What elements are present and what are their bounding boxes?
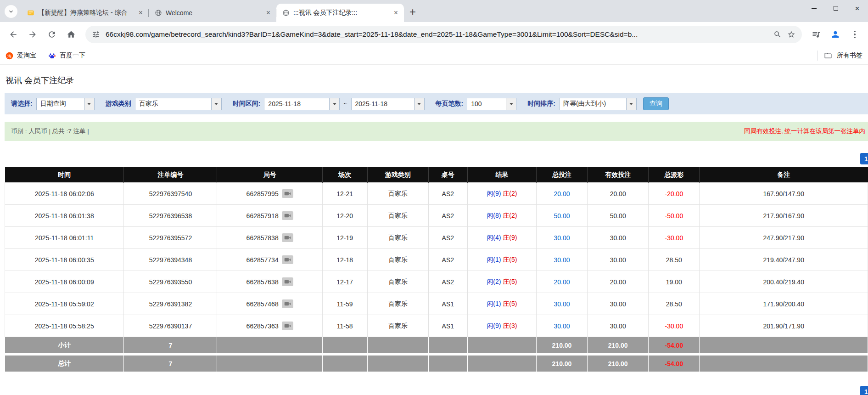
tab-close-icon[interactable]: × <box>264 9 273 17</box>
cell-table-no: AS2 <box>429 205 468 227</box>
bookmark-star-icon[interactable] <box>787 30 795 39</box>
cell-session: 11-58 <box>322 315 367 337</box>
cell-result: 闲(8) 庄(2) <box>467 205 536 227</box>
cell-valid-bet: 30.00 <box>587 249 648 271</box>
minimize-button[interactable] <box>803 0 825 17</box>
cell-note: 219.40/247.90 <box>700 249 868 271</box>
sort-dropdown[interactable]: 降幂(由大到小) <box>559 98 637 110</box>
page-1-button[interactable]: 1 <box>860 386 868 395</box>
game-type-label: 游戏类别 <box>106 100 131 108</box>
site-settings-icon[interactable] <box>92 30 100 39</box>
cell-total-bet-link[interactable]: 30.00 <box>537 315 588 337</box>
total-valid-bet: 210.00 <box>587 355 648 372</box>
refresh-button[interactable] <box>43 26 61 43</box>
chevron-down-icon[interactable] <box>329 98 339 110</box>
cell-result: 闲(9) 庄(3) <box>467 315 536 337</box>
tab-title: :::视讯 会员下注纪录::: <box>293 9 388 17</box>
profile-button[interactable] <box>827 26 844 43</box>
media-queue-button[interactable] <box>807 26 825 43</box>
video-replay-icon[interactable] <box>282 189 293 198</box>
cell-total-bet-link[interactable]: 20.00 <box>537 183 588 205</box>
cell-game-type: 百家乐 <box>367 183 428 205</box>
home-button[interactable] <box>62 26 80 43</box>
cell-payout: -20.00 <box>649 183 700 205</box>
bookmark-taobao[interactable]: 淘 爱淘宝 <box>6 51 36 60</box>
cell-game-type: 百家乐 <box>367 249 428 271</box>
col-round-id: 局号 <box>217 167 322 183</box>
round-id-text: 662857638 <box>246 278 279 286</box>
video-replay-icon[interactable] <box>282 299 293 308</box>
total-row: 总计 7 210.00 210.00 -54.00 <box>5 355 868 372</box>
cell-table-no: AS2 <box>429 227 468 249</box>
video-replay-icon[interactable] <box>282 233 293 242</box>
per-page-dropdown[interactable]: 100 <box>467 98 516 110</box>
round-id-text: 662857918 <box>246 212 279 220</box>
navigation-bar: 66cxkj98.com/game/betrecord_search/kind3… <box>0 22 868 47</box>
cell-valid-bet: 20.00 <box>587 183 648 205</box>
cell-round-id: 662857638 <box>217 271 322 293</box>
bet-table-body: 2025-11-18 06:02:06 522976397540 6628579… <box>5 183 868 337</box>
cell-table-no: AS2 <box>429 183 468 205</box>
chevron-down-icon[interactable] <box>211 98 221 110</box>
chevron-down-icon[interactable] <box>506 98 516 110</box>
url-bar[interactable]: 66cxkj98.com/game/betrecord_search/kind3… <box>85 26 802 43</box>
cell-total-bet-link[interactable]: 50.00 <box>537 205 588 227</box>
url-text[interactable]: 66cxkj98.com/game/betrecord_search/kind3… <box>106 30 768 39</box>
video-replay-icon[interactable] <box>282 255 293 264</box>
cell-session: 12-17 <box>322 271 367 293</box>
col-valid-bet: 有效投注 <box>587 167 648 183</box>
cell-valid-bet: 50.00 <box>587 205 648 227</box>
cell-table-no: AS1 <box>429 293 468 315</box>
chevron-down-icon[interactable] <box>626 98 636 110</box>
cell-time: 2025-11-18 05:58:25 <box>5 315 124 337</box>
query-type-dropdown[interactable]: 日期查询 <box>36 98 95 110</box>
banker-result: 庄(2) <box>503 190 517 197</box>
round-id-text: 662857995 <box>246 190 279 198</box>
page-1-button[interactable]: 1 <box>860 153 868 164</box>
tab-strip: 【新提醒】海燕策略论坛 - 综合 × Welcome × :::视讯 会员下注纪… <box>0 0 868 22</box>
video-replay-icon[interactable] <box>282 211 293 220</box>
search-button[interactable]: 查询 <box>643 97 669 110</box>
back-button[interactable] <box>5 26 22 43</box>
close-button[interactable]: × <box>846 0 868 17</box>
video-replay-icon[interactable] <box>282 322 293 330</box>
tab-search-button[interactable] <box>5 5 17 18</box>
date-end-dropdown[interactable]: 2025-11-18 <box>351 98 425 110</box>
cell-table-no: AS2 <box>429 271 468 293</box>
cell-note: 217.90/167.90 <box>700 205 868 227</box>
bookmark-baidu[interactable]: 百度一下 <box>48 51 85 60</box>
tab-close-icon[interactable]: × <box>392 9 400 17</box>
tab-welcome[interactable]: Welcome × <box>149 4 276 22</box>
home-icon <box>67 30 76 39</box>
video-replay-icon[interactable] <box>282 277 293 286</box>
game-type-dropdown[interactable]: 百家乐 <box>135 98 222 110</box>
back-arrow-icon <box>9 30 18 39</box>
new-tab-button[interactable]: + <box>406 5 420 19</box>
chevron-down-icon[interactable] <box>84 98 94 110</box>
round-id-text: 662857838 <box>246 234 279 242</box>
maximize-button[interactable] <box>825 0 846 17</box>
cell-total-bet-link[interactable]: 30.00 <box>537 249 588 271</box>
tab-forum[interactable]: 【新提醒】海燕策略论坛 - 综合 × <box>21 4 149 22</box>
cell-total-bet-link[interactable]: 30.00 <box>537 293 588 315</box>
all-bookmarks[interactable]: 所有书签 <box>817 51 862 61</box>
subtotal-row: 小计 7 210.00 210.00 -54.00 <box>5 337 868 355</box>
cell-bet-id: 522976393550 <box>124 271 217 293</box>
forum-favicon-icon <box>27 9 34 17</box>
banker-result: 庄(5) <box>503 300 517 307</box>
banker-result: 庄(3) <box>503 322 517 329</box>
chevron-down-icon[interactable] <box>414 98 424 110</box>
cell-total-bet-link[interactable]: 20.00 <box>537 271 588 293</box>
menu-button[interactable] <box>846 26 863 43</box>
player-result: 闲(9) <box>487 322 501 329</box>
cell-total-bet-link[interactable]: 30.00 <box>537 227 588 249</box>
date-start-dropdown[interactable]: 2025-11-18 <box>264 98 340 110</box>
forward-button[interactable] <box>24 26 41 43</box>
cell-game-type: 百家乐 <box>367 293 428 315</box>
browser-window: 【新提醒】海燕策略论坛 - 综合 × Welcome × :::视讯 会员下注纪… <box>0 0 868 395</box>
zoom-icon[interactable] <box>773 30 782 39</box>
tab-close-icon[interactable]: × <box>136 9 145 17</box>
date-range-separator: ~ <box>343 100 347 107</box>
col-note: 备注 <box>700 167 868 183</box>
tab-bet-records[interactable]: :::视讯 会员下注纪录::: × <box>276 4 404 22</box>
